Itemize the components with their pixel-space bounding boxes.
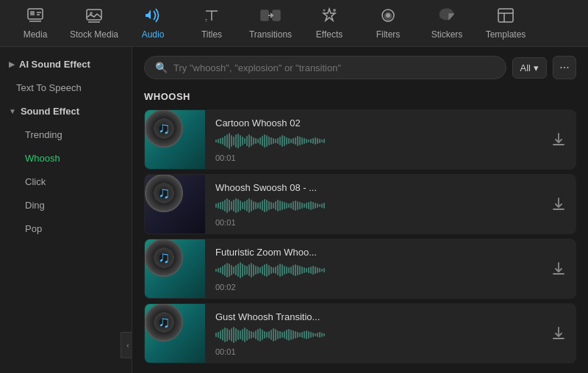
chevron-icon: ▶ (9, 60, 15, 68)
nav-item-filters[interactable]: Filters (359, 1, 417, 46)
search-input-wrap[interactable]: 🔍 (144, 56, 506, 79)
waveform-bar (226, 328, 228, 341)
waveform-bar (319, 268, 320, 272)
waveform-bar (231, 201, 232, 210)
waveform-bar (255, 330, 257, 339)
waveform-bar (259, 202, 261, 209)
waveform-bar (251, 331, 252, 338)
waveform-bar (231, 135, 232, 147)
waveform-bar (310, 332, 312, 338)
waveform-bar (299, 202, 301, 209)
nav-item-media[interactable]: Media (6, 1, 65, 46)
waveform-bar (237, 134, 239, 148)
waveform-bar (257, 203, 259, 209)
download-button[interactable] (542, 197, 576, 211)
waveform-bar (224, 200, 226, 211)
svg-rect-1 (30, 11, 35, 15)
waveform-bar (275, 201, 276, 210)
nav-item-templates[interactable]: Templates (476, 1, 535, 46)
waveform-bar (240, 262, 241, 278)
sidebar-item-text-to-speech[interactable]: Text To Speech (4, 76, 127, 99)
waveform-bar (229, 200, 230, 211)
waveform-bar (257, 267, 259, 274)
waveform-bar (215, 203, 217, 208)
sidebar-section-ai-sound-effect[interactable]: ▶ AI Sound Effect (0, 53, 132, 76)
waveform-bar (284, 136, 285, 146)
waveform-bar (222, 201, 223, 210)
waveform-bar (251, 200, 252, 211)
track-card[interactable]: ♫ Cartoon Whoosh 02 00:01 (144, 109, 576, 170)
waveform-bar (259, 328, 261, 341)
filter-dropdown[interactable]: All ▾ (512, 57, 547, 79)
waveform-bar (233, 267, 234, 274)
search-input[interactable] (173, 62, 495, 73)
waveform-bar (264, 264, 265, 276)
waveform-bar (215, 140, 217, 142)
transitions-icon (260, 7, 281, 26)
track-title: Futuristic Zoom Whoo... (215, 247, 533, 258)
waveform-bar (231, 328, 232, 341)
track-card[interactable]: ♦ ♫ Gust Whoosh Transitio... 00:01 (144, 303, 576, 363)
waveform-bar (308, 331, 309, 338)
track-duration: 00:01 (215, 218, 533, 227)
waveform-bar (248, 198, 250, 213)
waveform-bar (304, 138, 305, 144)
body: ▶ AI Sound Effect Text To Speech ▼ Sound… (0, 47, 588, 373)
sidebar-item-trending[interactable]: Trending (4, 123, 127, 146)
waveform-bar (304, 267, 305, 273)
waveform-bar (275, 139, 276, 143)
sidebar-item-whoosh[interactable]: Whoosh (4, 147, 127, 170)
sidebar-collapse-button[interactable]: ‹ (121, 332, 132, 358)
waveform-bar (288, 203, 290, 208)
waveform-bar (315, 203, 316, 209)
nav-item-stickers[interactable]: Stickers (417, 1, 476, 46)
track-thumbnail: ♦ ♫ (145, 303, 205, 363)
more-options-button[interactable]: ··· (553, 56, 576, 79)
waveform-bar (270, 330, 272, 340)
waveform-bar (259, 267, 261, 273)
nav-label-stock-media: Stock Media (70, 29, 118, 40)
waveform-bar (301, 137, 303, 145)
waveform-bar (224, 327, 226, 342)
waveform-bar (312, 266, 314, 275)
track-card[interactable]: ♦ ♫ Futuristic Zoom Whoo... 00:02 (144, 239, 576, 299)
waveform-bar (224, 136, 226, 146)
sidebar-sound-effect-label: Sound Effect (21, 106, 79, 117)
nav-item-effects[interactable]: Effects (300, 1, 359, 46)
music-note-icon: ♫ (158, 313, 171, 332)
waveform-bar (304, 203, 305, 208)
waveform-bar (268, 331, 270, 338)
waveform-bar (321, 203, 323, 208)
waveform-bar (237, 264, 239, 277)
music-disc: ♫ (145, 303, 183, 341)
track-info: Futuristic Zoom Whoo... 00:02 (205, 239, 542, 299)
waveform-bar (279, 331, 281, 338)
nav-label-stickers: Stickers (431, 29, 463, 40)
waveform-bar (220, 330, 221, 339)
waveform-bar (226, 134, 228, 148)
nav-item-titles[interactable]: T Titles (182, 1, 241, 46)
nav-item-transitions[interactable]: Transitions (241, 1, 300, 46)
waveform (215, 198, 533, 214)
nav-item-audio[interactable]: Audio (123, 1, 182, 46)
sidebar-item-pop[interactable]: Pop (4, 217, 127, 240)
sidebar-item-click[interactable]: Click (4, 170, 127, 193)
download-button[interactable] (542, 326, 576, 341)
track-title: Gust Whoosh Transitio... (215, 311, 533, 322)
waveform-bar (222, 329, 223, 341)
sidebar-item-ding[interactable]: Ding (4, 194, 127, 217)
download-button[interactable] (542, 261, 576, 276)
waveform-bar (235, 198, 237, 213)
sidebar-section-sound-effect[interactable]: ▼ Sound Effect (0, 100, 132, 123)
waveform-bar (288, 267, 290, 273)
download-button[interactable] (542, 132, 576, 147)
waveform-bar (235, 134, 237, 148)
waveform-bar (295, 331, 296, 338)
nav-item-stock-media[interactable]: Stock Media (65, 1, 123, 46)
track-card[interactable]: ♫ Whoosh Swoosh 08 - ... 00:01 (144, 174, 576, 234)
waveform-bar (270, 202, 272, 209)
waveform-bar (253, 332, 254, 338)
waveform-bar (266, 135, 268, 147)
waveform-bar (321, 333, 323, 337)
top-nav: Media Stock Media Audio T Titles Transit… (0, 0, 588, 47)
